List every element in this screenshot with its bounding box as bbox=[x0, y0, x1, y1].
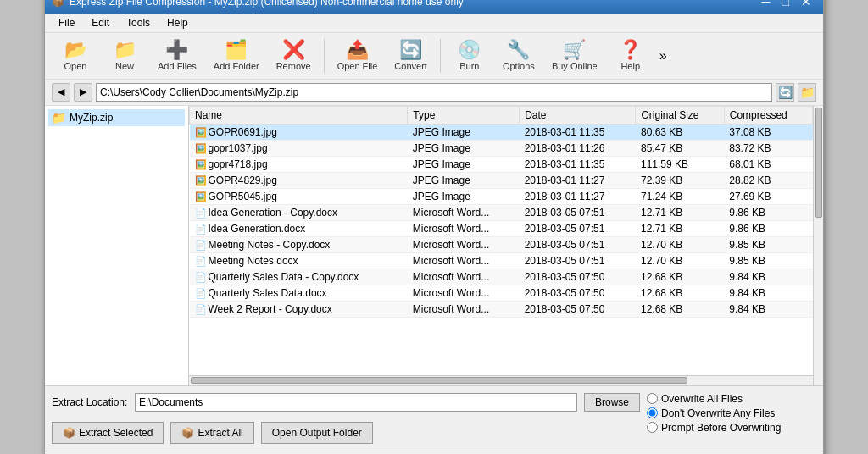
forward-button[interactable]: ▶ bbox=[74, 83, 92, 102]
menu-item-help[interactable]: Help bbox=[160, 15, 195, 30]
toolbar-btn-remove[interactable]: ❌Remove bbox=[269, 36, 319, 75]
toolbar-btn-buy-online[interactable]: 🛒Buy Online bbox=[544, 36, 605, 75]
open-output-label: Open Output Folder bbox=[272, 427, 362, 439]
table-row[interactable]: 📄Meeting Notes - Copy.docx Microsoft Wor… bbox=[190, 236, 813, 252]
file-icon: 📄 bbox=[195, 224, 207, 234]
table-row[interactable]: 🖼️GOPR4829.jpg JPEG Image 2018-03-01 11:… bbox=[190, 172, 813, 188]
extract-location-input[interactable] bbox=[135, 393, 577, 412]
file-type-cell: JPEG Image bbox=[408, 140, 520, 156]
back-button[interactable]: ◀ bbox=[52, 83, 70, 102]
tree-item-myzip[interactable]: 📁 MyZip.zip bbox=[48, 109, 185, 126]
minimize-button[interactable]: ─ bbox=[757, 0, 776, 10]
title-bar-left: 📦 Express Zip File Compression - MyZip.z… bbox=[52, 0, 464, 8]
refresh-button[interactable]: 🔄 bbox=[776, 83, 794, 102]
vertical-scrollbar[interactable] bbox=[813, 106, 823, 385]
toolbar-btn-burn[interactable]: 💿Burn bbox=[446, 36, 493, 75]
toolbar-more-button[interactable]: » bbox=[656, 45, 670, 67]
file-original-size-cell: 12.68 KB bbox=[636, 285, 724, 301]
toolbar-separator-7 bbox=[440, 39, 441, 73]
tree-panel: 📁 MyZip.zip bbox=[45, 106, 189, 385]
menu-item-file[interactable]: File bbox=[52, 15, 81, 30]
file-compressed-cell: 9.85 KB bbox=[724, 236, 812, 252]
convert-label: Convert bbox=[394, 61, 427, 71]
radio-dont-overwrite-input[interactable] bbox=[647, 407, 658, 418]
col-original-size[interactable]: Original Size bbox=[636, 106, 724, 124]
file-date-cell: 2018-03-05 07:51 bbox=[520, 204, 636, 220]
menu-item-tools[interactable]: Tools bbox=[120, 15, 157, 30]
table-row[interactable]: 🖼️GOPR0691.jpg JPEG Image 2018-03-01 11:… bbox=[190, 124, 813, 140]
file-name-cell: 📄Meeting Notes - Copy.docx bbox=[190, 236, 408, 252]
vertical-scroll-thumb[interactable] bbox=[815, 108, 822, 218]
table-row[interactable]: 🖼️gopr1037.jpg JPEG Image 2018-03-01 11:… bbox=[190, 140, 813, 156]
window-title: Express Zip File Compression - MyZip.zip… bbox=[70, 0, 464, 8]
toolbar-btn-help[interactable]: ❓Help bbox=[607, 36, 654, 75]
toolbar-btn-options[interactable]: 🔧Options bbox=[495, 36, 542, 75]
file-compressed-cell: 68.01 KB bbox=[724, 156, 812, 172]
title-bar: 📦 Express Zip File Compression - MyZip.z… bbox=[45, 0, 823, 14]
menu-bar: FileEditToolsHelp bbox=[45, 14, 823, 33]
col-compressed[interactable]: Compressed bbox=[724, 106, 812, 124]
table-row[interactable]: 🖼️GOPR5045.jpg JPEG Image 2018-03-01 11:… bbox=[190, 188, 813, 204]
open-label: Open bbox=[64, 61, 87, 71]
horizontal-scrollbar[interactable] bbox=[189, 375, 813, 385]
open-output-button[interactable]: Open Output Folder bbox=[261, 422, 373, 444]
toolbar-btn-add-files[interactable]: ➕Add Files bbox=[150, 36, 204, 75]
table-row[interactable]: 📄Quarterly Sales Data - Copy.docx Micros… bbox=[190, 269, 813, 285]
file-icon: 📄 bbox=[195, 208, 207, 218]
file-date-cell: 2018-03-01 11:27 bbox=[520, 172, 636, 188]
table-row[interactable]: 📄Idea Generation - Copy.docx Microsoft W… bbox=[190, 204, 813, 220]
toolbar-btn-add-folder[interactable]: 🗂️Add Folder bbox=[206, 36, 267, 75]
maximize-button[interactable]: □ bbox=[777, 0, 794, 10]
file-name-cell: 🖼️GOPR0691.jpg bbox=[190, 124, 408, 140]
col-date[interactable]: Date bbox=[520, 106, 636, 124]
file-compressed-cell: 28.82 KB bbox=[724, 172, 812, 188]
radio-overwrite-all[interactable]: Overwrite All Files bbox=[647, 393, 816, 405]
horizontal-scroll-thumb[interactable] bbox=[191, 377, 687, 384]
main-content: 📁 MyZip.zip Name Type Date Original Size… bbox=[45, 106, 823, 385]
radio-overwrite-all-input[interactable] bbox=[647, 393, 658, 404]
radio-dont-overwrite[interactable]: Don't Overwrite Any Files bbox=[647, 407, 816, 419]
table-row[interactable]: 📄Quarterly Sales Data.docx Microsoft Wor… bbox=[190, 285, 813, 301]
table-header-row: Name Type Date Original Size Compressed bbox=[190, 106, 813, 124]
file-list-scroll[interactable]: Name Type Date Original Size Compressed … bbox=[189, 106, 813, 375]
table-row[interactable]: 📄Idea Generation.docx Microsoft Word... … bbox=[190, 220, 813, 236]
browse-button[interactable]: 📁 bbox=[798, 83, 816, 102]
extract-selected-icon: 📦 bbox=[63, 427, 75, 439]
radio-prompt-overwrite[interactable]: Prompt Before Overwriting bbox=[647, 422, 816, 434]
file-type-cell: JPEG Image bbox=[408, 172, 520, 188]
toolbar-btn-new[interactable]: 📁New bbox=[101, 36, 148, 75]
table-row[interactable]: 📄Meeting Notes.docx Microsoft Word... 20… bbox=[190, 252, 813, 269]
add-files-label: Add Files bbox=[158, 61, 197, 71]
file-icon: 🖼️ bbox=[195, 191, 207, 202]
file-type-cell: Microsoft Word... bbox=[408, 252, 520, 269]
add-files-icon: ➕ bbox=[165, 41, 188, 59]
file-icon: 📄 bbox=[195, 288, 207, 298]
extract-all-button[interactable]: 📦 Extract All bbox=[170, 422, 253, 444]
col-name[interactable]: Name bbox=[190, 106, 408, 124]
file-icon: 📄 bbox=[195, 272, 207, 282]
file-date-cell: 2018-03-05 07:51 bbox=[520, 220, 636, 236]
extract-selected-button[interactable]: 📦 Extract Selected bbox=[52, 422, 164, 444]
file-name-cell: 📄Meeting Notes.docx bbox=[190, 252, 408, 269]
file-icon: 🖼️ bbox=[195, 143, 207, 153]
file-date-cell: 2018-03-01 11:35 bbox=[520, 124, 636, 140]
file-original-size-cell: 85.47 KB bbox=[636, 140, 724, 156]
menu-item-edit[interactable]: Edit bbox=[85, 15, 116, 30]
browse-location-button[interactable]: Browse bbox=[584, 393, 640, 412]
file-date-cell: 2018-03-01 11:35 bbox=[520, 156, 636, 172]
file-type-cell: JPEG Image bbox=[408, 188, 520, 204]
address-input[interactable] bbox=[96, 83, 772, 102]
file-icon: 📄 bbox=[195, 240, 207, 250]
col-type[interactable]: Type bbox=[408, 106, 520, 124]
toolbar-btn-open-file[interactable]: 📤Open File bbox=[330, 36, 386, 75]
close-button[interactable]: ✕ bbox=[796, 0, 816, 10]
radio-prompt-overwrite-input[interactable] bbox=[647, 422, 658, 433]
file-table-body: 🖼️GOPR0691.jpg JPEG Image 2018-03-01 11:… bbox=[190, 124, 813, 317]
file-name-cell: 📄Idea Generation - Copy.docx bbox=[190, 204, 408, 220]
toolbar-btn-convert[interactable]: 🔄Convert bbox=[387, 36, 435, 75]
bottom-right: Overwrite All Files Don't Overwrite Any … bbox=[647, 393, 816, 434]
table-row[interactable]: 📄Week 2 Report - Copy.docx Microsoft Wor… bbox=[190, 301, 813, 317]
table-row[interactable]: 🖼️gopr4718.jpg JPEG Image 2018-03-01 11:… bbox=[190, 156, 813, 172]
file-icon: 🖼️ bbox=[195, 159, 207, 169]
toolbar-btn-open[interactable]: 📂Open bbox=[52, 36, 99, 75]
